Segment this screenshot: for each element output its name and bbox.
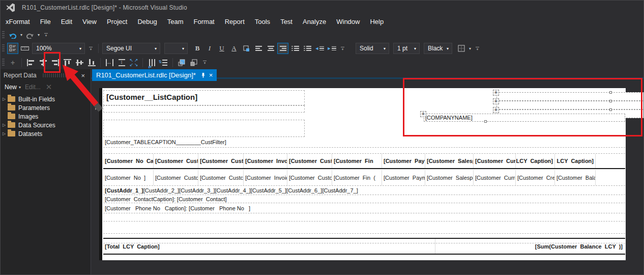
header-cell[interactable]: t LCY Caption] — [516, 154, 555, 168]
header-cell[interactable]: [Customer Curr — [474, 154, 516, 168]
ruler-button[interactable] — [19, 43, 31, 54]
underline-button[interactable]: U — [216, 43, 227, 54]
align-rights-button[interactable] — [49, 57, 61, 68]
table-data-row[interactable]: [Customer No ] [Customer Custc [Customer… — [103, 170, 625, 186]
toolbar-overflow-icon[interactable]: ▾ — [44, 33, 48, 37]
bold-button[interactable]: B — [192, 43, 203, 54]
selection-handle[interactable] — [609, 100, 612, 102]
data-cell[interactable] — [596, 170, 625, 185]
menu-analyze[interactable]: Analyze — [298, 16, 331, 28]
toolbar-overflow-icon[interactable]: ▾ — [341, 47, 344, 50]
fill-color-button[interactable] — [241, 43, 252, 54]
table-header-row[interactable]: [Customer No Car [Customer Custo [Custom… — [103, 153, 625, 169]
header-cell[interactable]: [Customer Fin — [332, 154, 382, 168]
document-tab[interactable]: R101_CustomerList.rdlc [Design]* × — [92, 69, 217, 81]
italic-button[interactable]: I — [204, 43, 215, 54]
data-cell[interactable]: [Customer Custc — [198, 170, 244, 185]
redo-dropdown-icon[interactable]: ▾ — [38, 33, 40, 37]
selection-handle[interactable] — [609, 108, 612, 111]
tree-item-datasets[interactable]: ▷ Datasets — [1, 129, 91, 138]
header-empty-textbox[interactable] — [103, 105, 305, 113]
data-cell[interactable]: [Customer No ] — [103, 170, 154, 185]
undo-button[interactable] — [7, 30, 18, 41]
zoom-combobox[interactable]: 100% ▾ — [32, 43, 85, 54]
header-cell[interactable]: e LCY Caption] — [555, 154, 596, 168]
menu-file[interactable]: File — [35, 16, 56, 28]
menu-xformat[interactable]: xFormat — [1, 16, 35, 28]
borders-dropdown-icon[interactable]: ▾ — [469, 46, 471, 51]
data-cell[interactable]: [Customer Custc — [154, 170, 198, 185]
toolbar-overflow-icon[interactable]: ▾ — [476, 47, 479, 50]
pin-icon[interactable] — [71, 72, 76, 78]
customer-phone-row[interactable]: [Customer Phone No Caption]: [Customer P… — [103, 203, 625, 213]
border-width-combobox[interactable]: 1 pt ▾ — [393, 43, 420, 54]
border-style-combobox[interactable]: Solid ▾ — [356, 43, 389, 54]
data-cell[interactable]: [Customer Salesper — [425, 170, 474, 185]
move-handle-icon[interactable]: + — [420, 111, 426, 117]
list-caption-textbox[interactable]: [Customer__ListCaption] — [103, 90, 305, 105]
align-text-right-button[interactable] — [277, 43, 288, 54]
tree-item-parameters[interactable]: Parameters — [1, 103, 91, 112]
align-centers-button[interactable] — [37, 57, 48, 68]
snap-to-grid-button[interactable]: + — [7, 57, 18, 68]
new-dropdown-icon[interactable]: ▾ — [19, 85, 21, 90]
make-same-height-button[interactable]: ↕ — [116, 57, 127, 68]
align-lefts-button[interactable] — [25, 57, 36, 68]
customer-address-row[interactable]: [CustAddr_1_] [CustAddr_2_][CustAddr_3_]… — [103, 186, 625, 195]
tree-item-images[interactable]: Images — [1, 112, 91, 121]
decrease-indent-button[interactable]: ◄ — [314, 43, 325, 54]
report-design-canvas[interactable]: [Customer__ListCaption] + [&ExecutionTim… — [102, 88, 626, 260]
vertical-spacing-button[interactable]: ⇅ — [158, 57, 169, 68]
horizontal-spacing-button[interactable]: ⇄ — [146, 57, 157, 68]
numbered-list-button[interactable] — [289, 43, 301, 54]
data-cell[interactable]: [Customer Balan — [555, 170, 596, 185]
toolbar-overflow-icon[interactable]: ▾ — [203, 61, 207, 64]
menu-report[interactable]: Report — [220, 16, 250, 28]
font-color-button[interactable]: A — [228, 43, 240, 54]
header-cell[interactable]: [Customer Salespe — [425, 154, 474, 168]
bullet-list-button[interactable] — [302, 43, 313, 54]
move-handle-icon[interactable]: + — [493, 90, 499, 96]
header-cell[interactable]: [Customer Payn — [382, 154, 425, 168]
menu-project[interactable]: Project — [102, 16, 132, 28]
header-empty-textbox[interactable] — [103, 120, 305, 137]
font-size-combobox[interactable]: ▾ — [164, 43, 188, 54]
table-total-row[interactable]: [Total LCY Caption] [Sum(Customer Balanc… — [103, 239, 625, 255]
data-cell[interactable]: [Customer Invoic — [244, 170, 287, 185]
redo-button[interactable] — [24, 30, 36, 41]
move-handle-icon[interactable]: + — [493, 98, 499, 104]
menu-team[interactable]: Team — [162, 16, 189, 28]
header-cell[interactable]: [Customer Cust — [287, 154, 332, 168]
make-same-size-button[interactable]: ↖↘↗↙ — [128, 57, 139, 68]
expander-icon[interactable]: ▷ — [1, 131, 8, 136]
data-cell[interactable]: [Customer Fin ( — [332, 170, 382, 185]
total-sum-cell[interactable]: [Sum(Customer Balance LCY )] — [435, 239, 625, 254]
delete-icon[interactable]: ✕ — [46, 82, 52, 92]
align-text-center-button[interactable] — [265, 43, 276, 54]
menu-edit[interactable]: Edit — [56, 16, 77, 28]
align-tops-button[interactable] — [62, 57, 73, 68]
total-caption-cell[interactable]: [Total LCY Caption] — [103, 239, 435, 254]
borders-button[interactable] — [456, 43, 467, 54]
table-caption-text[interactable]: [Customer_TABLECAPTION________CustFilter… — [105, 139, 226, 145]
send-to-back-button[interactable] — [188, 57, 199, 68]
close-icon[interactable]: × — [81, 72, 85, 79]
selection-handle[interactable] — [484, 120, 487, 123]
make-same-width-button[interactable]: ↔ — [104, 57, 115, 68]
toolbar-overflow-icon[interactable]: ▾ — [89, 47, 93, 50]
menu-window[interactable]: Window — [331, 16, 365, 28]
tree-item-built-in-fields[interactable]: ▷ Built-in Fields — [1, 95, 91, 103]
bring-to-front-button[interactable] — [176, 57, 187, 68]
data-cell[interactable]: [Customer Credi — [516, 170, 555, 185]
align-middles-button[interactable] — [74, 57, 85, 68]
edit-button[interactable]: Edit... — [25, 84, 41, 91]
panel-title-bar[interactable]: Report Data × — [1, 69, 91, 81]
menu-test[interactable]: Test — [275, 16, 298, 28]
selection-handle[interactable] — [609, 91, 612, 94]
report-data-toggle-button[interactable] — [7, 43, 18, 54]
customer-contact-row[interactable]: [Customer ContactCaption]: [Customer Con… — [103, 195, 625, 203]
menu-tools[interactable]: Tools — [250, 16, 275, 28]
header-cell[interactable] — [596, 154, 625, 168]
tab-close-icon[interactable]: × — [209, 71, 213, 79]
data-cell[interactable]: [Customer Paym — [382, 170, 425, 185]
